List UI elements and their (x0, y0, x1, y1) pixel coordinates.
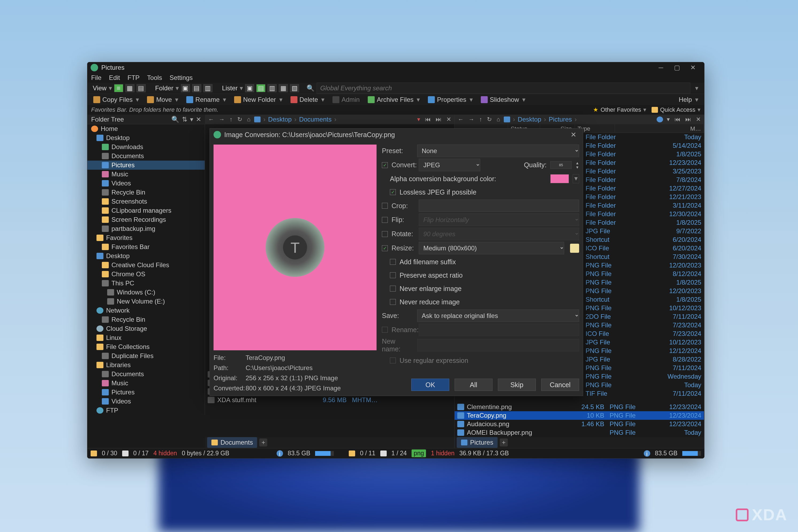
lister-1[interactable]: ▣ (245, 84, 254, 92)
tree-item[interactable]: Screen Recordings (88, 215, 205, 224)
copy-files-button[interactable]: Copy Files▾ (91, 95, 141, 104)
quality-input[interactable] (550, 161, 572, 169)
lister-4[interactable]: ▦ (279, 84, 288, 92)
tree-item[interactable]: Libraries (88, 360, 205, 369)
tree-item[interactable]: Home (88, 124, 205, 133)
breadcrumb-left[interactable]: ← → ↑ ↻ ⌂ › Desktop › Documents › ▾ ⏮ ⏭ … (205, 115, 455, 124)
new-folder-button[interactable]: New Folder▾ (231, 95, 285, 104)
nav-back-icon[interactable]: ← (457, 116, 465, 123)
menu-file[interactable]: File (91, 74, 101, 81)
view-thumb-button[interactable]: ▤ (137, 84, 146, 92)
tab-documents[interactable]: Documents (207, 437, 257, 448)
tree-item[interactable]: Music (88, 170, 205, 179)
dialog-close-button[interactable]: ✕ (568, 131, 579, 139)
nav-refresh-icon[interactable]: ↻ (486, 116, 493, 123)
folder-mode-2[interactable]: ▤ (192, 84, 201, 92)
resize-icon[interactable] (570, 244, 579, 253)
view-details-button[interactable]: ≡ (114, 84, 123, 92)
close-button[interactable]: ✕ (685, 62, 701, 73)
nav-fwd-icon[interactable]: → (218, 116, 226, 123)
resize-checkbox[interactable] (382, 245, 388, 251)
folder-mode-1[interactable]: ▣ (181, 84, 190, 92)
rename-button[interactable]: Rename▾ (184, 95, 229, 104)
tree-item[interactable]: Recycle Bin (88, 315, 205, 324)
slideshow-button[interactable]: Slideshow▾ (478, 95, 528, 104)
tree-item[interactable]: Linux (88, 333, 205, 342)
tree-item[interactable]: Network (88, 306, 205, 315)
view-label[interactable]: View (93, 84, 107, 92)
cancel-button[interactable]: Cancel (541, 379, 579, 391)
nav-prev-tab[interactable]: ⏮ (424, 116, 432, 123)
tree-item[interactable]: Music (88, 379, 205, 388)
admin-button[interactable]: Admin (330, 95, 362, 104)
tree-item[interactable]: Duplicate Files (88, 352, 205, 360)
favorites-bar[interactable]: Favorites Bar. Drop folders here to favo… (88, 105, 704, 115)
nav-fwd-icon[interactable]: → (468, 116, 475, 123)
crumb-seg[interactable]: Desktop (268, 116, 291, 123)
tab-pictures[interactable]: Pictures (457, 437, 498, 448)
tree-item[interactable]: Pictures (88, 388, 205, 397)
noreduce-checkbox[interactable] (390, 299, 396, 305)
flip-checkbox[interactable] (382, 217, 388, 223)
titlebar[interactable]: Pictures ─ ▢ ✕ (88, 62, 704, 73)
tab-add-button[interactable]: + (259, 438, 267, 446)
lister-2[interactable]: ▤ (256, 84, 265, 92)
lossless-checkbox[interactable] (390, 189, 396, 195)
folder-label[interactable]: Folder (155, 84, 173, 92)
tree-item[interactable]: Videos (88, 179, 205, 188)
list-item[interactable]: XDA stuff.mht9.56 MBMHTM… (205, 396, 454, 404)
tree-item[interactable]: Recycle Bin (88, 188, 205, 197)
nav-up-icon[interactable]: ↑ (478, 116, 483, 123)
nav-refresh-icon[interactable]: ↻ (236, 116, 243, 123)
nav-next-tab[interactable]: ⏭ (435, 116, 442, 123)
global-search-input[interactable] (317, 82, 690, 94)
crumb-seg[interactable]: Desktop (518, 116, 541, 123)
crumb-seg[interactable]: Documents (299, 116, 331, 123)
menu-settings[interactable]: Settings (169, 74, 193, 81)
tree-item[interactable]: Chrome OS (88, 270, 205, 279)
nav-close-tab[interactable]: ✕ (695, 116, 702, 123)
dialog-titlebar[interactable]: Image Conversion: C:\Users\joaoc\Picture… (210, 129, 583, 141)
other-favorites-button[interactable]: ★Other Favorites▾ (593, 106, 646, 113)
ok-button[interactable]: OK (411, 379, 449, 391)
properties-button[interactable]: Properties▾ (425, 95, 475, 104)
tree-item[interactable]: Pictures (88, 160, 205, 170)
tree-item[interactable]: File Collections (88, 342, 205, 352)
list-item[interactable]: TeraCopy.png10 KBPNG File12/23/2024 (455, 411, 704, 420)
nav-back-icon[interactable]: ← (207, 116, 215, 123)
nav-lock-icon[interactable]: ▾ (416, 116, 421, 123)
save-select[interactable]: Ask to replace original files (417, 309, 579, 322)
tree-item[interactable]: Creative Cloud Files (88, 261, 205, 270)
tree-item[interactable]: CLipboard managers (88, 206, 205, 215)
tree-item[interactable]: Videos (88, 397, 205, 406)
nav-up-icon[interactable]: ↑ (228, 116, 233, 123)
aspect-checkbox[interactable] (390, 272, 396, 278)
tree-menu-icon[interactable]: ▾ (190, 116, 193, 123)
right-file-tail[interactable]: Clementine.png24.5 KBPNG File12/23/2024T… (455, 403, 704, 437)
tree-collapse-icon[interactable]: ⇅ (182, 116, 187, 123)
archive-button[interactable]: Archive Files▾ (365, 95, 422, 104)
bg-color-swatch[interactable] (550, 174, 569, 183)
noenlarge-checkbox[interactable] (390, 286, 396, 291)
delete-button[interactable]: Delete▾ (288, 95, 327, 104)
tree-item[interactable]: Screenshots (88, 197, 205, 206)
rotate-checkbox[interactable] (382, 231, 388, 237)
tree-item[interactable]: New Volume (E:) (88, 297, 205, 306)
nav-next-tab[interactable]: ⏭ (684, 116, 692, 123)
breadcrumb-right[interactable]: ← → ↑ ↻ ⌂ › Desktop › Pictures › ▾ ⏮ ⏭ (455, 115, 704, 124)
nav-desktop-icon[interactable] (254, 116, 261, 122)
info-icon[interactable]: i (277, 450, 283, 457)
tree-item[interactable]: Windows (C:) (88, 288, 205, 297)
resize-select[interactable]: Medium (800x600) (419, 242, 564, 254)
maximize-button[interactable]: ▢ (669, 62, 685, 73)
menu-edit[interactable]: Edit (109, 74, 120, 81)
crumb-seg[interactable]: Pictures (549, 116, 572, 123)
tree-item[interactable]: Documents (88, 152, 205, 160)
lister-3[interactable]: ▥ (267, 84, 277, 92)
bg-color-dropdown[interactable]: ▾ (573, 174, 579, 183)
move-button[interactable]: Move▾ (144, 95, 181, 104)
nav-menu-icon[interactable]: ▾ (666, 116, 671, 123)
info-icon[interactable]: i (644, 450, 650, 457)
nav-close-tab[interactable]: ✕ (445, 116, 452, 123)
view-tiles-button[interactable]: ▦ (125, 84, 134, 92)
